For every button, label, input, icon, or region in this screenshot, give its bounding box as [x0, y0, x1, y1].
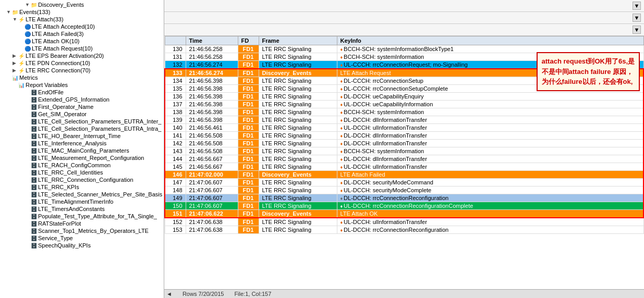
sidebar-item-17[interactable]: 🗄️LTE_Cell_Selection_Parameters_EUTRA_In… — [0, 125, 164, 132]
sidebar-label-1: Events(133) — [19, 9, 50, 15]
table-row[interactable]: 14821:47:06.607FD1LTE RRC Signaling♦UL-D… — [165, 187, 643, 194]
sidebar-item-31[interactable]: 🗄️Scanner_Top1_Metrics_By_Operators_LTE — [0, 227, 164, 234]
sidebar-item-14[interactable]: 🗄️First_Operator_Name — [0, 103, 164, 110]
table-row[interactable]: 14121:46:56.508FD1LTE RRC Signaling♦DL-D… — [165, 132, 643, 140]
frame-filter-dropdown[interactable]: ▼ — [633, 26, 641, 34]
sidebar-item-4[interactable]: 🔵LTE Attach Failed(3) — [0, 30, 164, 38]
expand-icon-0: ▼ — [25, 2, 30, 7]
arrow-icon: ♦ — [341, 86, 343, 92]
arrow-icon: ♦ — [341, 204, 343, 209]
tree-icon-29: 🗄️ — [31, 214, 37, 219]
sidebar-item-25[interactable]: 🗄️LTE_RRC_KPIs — [0, 183, 164, 191]
col-time: Time — [186, 36, 238, 45]
cell-num: 148 — [165, 187, 186, 194]
table-row[interactable]: 13721:46:56.398FD1LTE RRC Signaling♦UL-D… — [165, 101, 643, 108]
sidebar-item-9[interactable]: ▶⚡LTE RRC Connection(70) — [0, 67, 164, 74]
sidebar-label-22: LTE_RACH_ConfigCommon — [38, 162, 111, 168]
table-row[interactable]: 13921:46:56.398FD1LTE RRC Signaling♦DL-D… — [165, 116, 643, 124]
cell-time: 21:46:56.667 — [186, 155, 238, 163]
table-row[interactable]: 15221:47:06.638FD1LTE RRC Signaling♦UL-D… — [165, 218, 643, 226]
arrow-icon: ♦ — [341, 47, 343, 52]
sidebar-item-13[interactable]: 🗄️Extended_GPS_Information — [0, 96, 164, 103]
table-row[interactable]: 14421:46:56.667FD1LTE RRC Signaling♦DL-D… — [165, 155, 643, 163]
cell-time: 21:47:06.607 — [186, 187, 238, 194]
cell-keyinfo: ♦DL-DCCH: rrcConnectionReconfiguration — [337, 226, 643, 234]
table-row[interactable]: 14021:46:56.461FD1LTE RRC Signaling♦UL-D… — [165, 124, 643, 132]
table-row[interactable]: 14721:47:06.607FD1LTE RRC Signaling♦DL-D… — [165, 179, 643, 187]
tree-icon-0: 📁 — [31, 2, 37, 8]
sidebar-item-30[interactable]: 🗄️RATStateForPlot — [0, 220, 164, 227]
sidebar-item-18[interactable]: 🗄️LTE_HO_Bearer_Interrupt_Time — [0, 132, 164, 140]
sidebar-item-20[interactable]: 🗄️LTE_MAC_MainConfig_Parameters — [0, 147, 164, 154]
sidebar-item-0[interactable]: ▼📁Discovery_Events — [0, 1, 164, 8]
tree-icon-17: 🗄️ — [31, 126, 37, 132]
cell-frame: LTE RRC Signaling — [259, 163, 337, 171]
sidebar-item-29[interactable]: 🗄️Populate_Test_Type_Attribute_for_TA_Si… — [0, 213, 164, 220]
sidebar-item-5[interactable]: 🔵LTE Attach OK(10) — [0, 38, 164, 45]
cell-fd: FD1 — [238, 194, 259, 202]
col-num — [165, 36, 186, 45]
cell-frame: LTE RRC Signaling — [259, 124, 337, 132]
cell-keyinfo: ♦DL-DCCH: ueCapabilityEnquiry — [337, 93, 643, 101]
cell-time: 21:47:06.607 — [186, 202, 238, 210]
sidebar-item-8[interactable]: ▶⚡LTE PDN Connection(10) — [0, 59, 164, 67]
table-row[interactable]: 13821:46:56.398FD1LTE RRC Signaling♦BCCH… — [165, 108, 643, 116]
table-row[interactable]: 15121:47:06.622FD1Discovery_EventsLTE At… — [165, 210, 643, 218]
sidebar-item-27[interactable]: 🗄️LTE_TimeAlignmentTimerInfo — [0, 198, 164, 205]
sidebar-label-12: EndOfFile — [38, 89, 64, 95]
col-keyinfo: KeyInfo — [337, 36, 643, 45]
cell-time: 21:46:56.667 — [186, 163, 238, 171]
cell-num: 130 — [165, 45, 186, 53]
sidebar-item-19[interactable]: 🗄️LTE_Interference_Analysis — [0, 140, 164, 147]
sidebar-item-2[interactable]: ▼⚡LTE Attach(33) — [0, 16, 164, 23]
cell-num: 136 — [165, 93, 186, 101]
sidebar-item-11[interactable]: 📊Report Variables — [0, 81, 164, 89]
cell-keyinfo: ♦BCCH-SCH: systemInformation — [337, 108, 643, 116]
cell-frame: LTE RRC Signaling — [259, 187, 337, 194]
sidebar-item-6[interactable]: 🔵LTE Attach Request(10) — [0, 45, 164, 52]
table-row[interactable]: 14621:47:02.000FD1Discovery_EventsLTE At… — [165, 171, 643, 179]
sidebar-item-7[interactable]: ▶⚡LTE EPS Bearer Activation(20) — [0, 52, 164, 59]
cell-num: 137 — [165, 101, 186, 108]
cell-num: 151 — [165, 210, 186, 218]
table-row[interactable]: 15321:47:06.638FD1LTE RRC Signaling♦DL-D… — [165, 226, 643, 234]
sidebar-item-23[interactable]: 🗄️LTE_RRC_Cell_Identities — [0, 169, 164, 176]
sidebar-item-26[interactable]: 🗄️LTE_Selected_Scanner_Metrics_Per_Site_… — [0, 191, 164, 198]
sidebar-item-33[interactable]: 🗄️SpeechQuality_KPIs — [0, 242, 164, 249]
col-fd: FD — [238, 36, 259, 45]
sidebar-label-33: SpeechQuality_KPIs — [38, 242, 91, 249]
file-device-dropdown[interactable]: ▼ — [633, 14, 641, 22]
arrow-icon: ♦ — [341, 157, 343, 162]
sidebar-label-15: Get_SIM_Operator — [38, 111, 87, 117]
cell-num: 139 — [165, 116, 186, 124]
cell-keyinfo: ♦DL-DCCH: rrcConnectionReconfiguration — [337, 194, 643, 202]
cell-num: 140 — [165, 124, 186, 132]
arrow-icon: ♦ — [341, 55, 343, 60]
sidebar-item-32[interactable]: 🗄️Service_Type — [0, 234, 164, 242]
bottom-nav-left[interactable]: ◄ — [166, 291, 172, 297]
cell-frame: LTE RRC Signaling — [259, 226, 337, 234]
sidebar-item-3[interactable]: 🔵LTE Attach Accepted(10) — [0, 23, 164, 30]
cell-num: 134 — [165, 77, 186, 85]
arrow-icon: ♦ — [341, 149, 343, 154]
table-row[interactable]: 15021:47:06.607FD1LTE RRC Signaling♦UL-D… — [165, 202, 643, 210]
sidebar-item-22[interactable]: 🗄️LTE_RACH_ConfigCommon — [0, 162, 164, 169]
table-row[interactable]: 14521:46:56.667FD1LTE RRC Signaling♦UL-D… — [165, 163, 643, 171]
arrow-icon: ♦ — [341, 133, 343, 139]
sidebar-item-16[interactable]: 🗄️LTE_Cell_Selection_Parameters_EUTRA_In… — [0, 118, 164, 125]
table-row[interactable]: 13621:46:56.398FD1LTE RRC Signaling♦DL-D… — [165, 93, 643, 101]
sidebar-item-12[interactable]: 🗄️EndOfFile — [0, 89, 164, 96]
cell-frame: LTE RRC Signaling — [259, 85, 337, 93]
sidebar-item-1[interactable]: ▼📁Events(133) — [0, 8, 164, 16]
sidebar-item-24[interactable]: 🗄️LTE_RRC_Connection_Configuration — [0, 176, 164, 183]
table-row[interactable]: 14921:47:06.607FD1LTE RRC Signaling♦DL-D… — [165, 194, 643, 202]
sidebar-item-21[interactable]: 🗄️LTE_Measurement_Report_Configuration — [0, 154, 164, 162]
cell-frame: LTE RRC Signaling — [259, 116, 337, 124]
sidebar-label-21: LTE_Measurement_Report_Configuration — [38, 155, 144, 161]
table-row[interactable]: 14221:46:56.508FD1LTE RRC Signaling♦DL-D… — [165, 140, 643, 147]
sidebar-item-28[interactable]: 🗄️LTE_TimersAndConstants — [0, 205, 164, 213]
table-row[interactable]: 14321:46:56.508FD1LTE RRC Signaling♦BCCH… — [165, 147, 643, 155]
keyline-dropdown[interactable]: ▼ — [633, 2, 641, 10]
sidebar-item-15[interactable]: 🗄️Get_SIM_Operator — [0, 110, 164, 118]
sidebar-item-10[interactable]: 📊Metrics — [0, 74, 164, 81]
